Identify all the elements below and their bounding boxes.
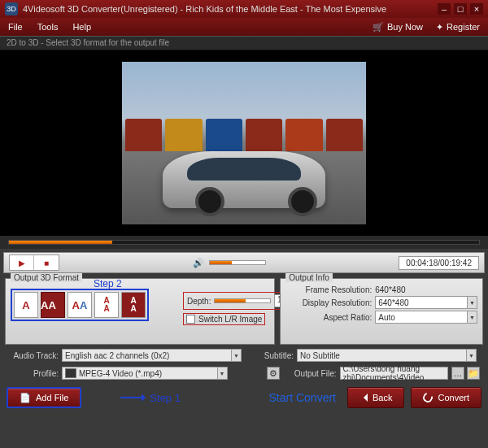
output-file-field[interactable]: C:\Users\dong huang zhi\Documents\4Video <box>340 367 449 380</box>
buy-now-link[interactable]: 🛒Buy Now <box>373 22 423 33</box>
group-title: Output Info <box>285 273 332 282</box>
playback-controls: ▶ ■ 🔊 00:04:18/00:19:42 <box>3 252 485 273</box>
format-sbs-full[interactable]: AA <box>41 292 65 318</box>
key-icon: ✦ <box>436 22 443 33</box>
back-arrow-icon <box>359 394 368 402</box>
aspect-label: Aspect Ratio: <box>285 313 375 322</box>
display-res-label: Display Resolution: <box>285 298 375 307</box>
chevron-down-icon: ▼ <box>466 350 476 361</box>
menubar: File Tools Help 🛒Buy Now ✦Register <box>0 18 488 36</box>
add-file-button[interactable]: 📄 Add File <box>7 387 81 408</box>
play-button[interactable]: ▶ <box>10 255 34 270</box>
group-title: Output 3D Format <box>11 273 82 282</box>
titlebar: 3D 4Videosoft 3D Converter(Unregistered)… <box>0 0 488 18</box>
open-output-button[interactable]: 📁 <box>467 367 480 380</box>
profile-icon <box>65 368 76 378</box>
frame-res-value: 640*480 <box>375 285 405 294</box>
format-anaglyph[interactable]: A <box>14 292 38 318</box>
arrow-right-icon <box>120 397 145 398</box>
audio-profile-row: Audio Track: English aac 2 channels (0x2… <box>0 346 488 364</box>
format-icon-row: A AA AA AA AA <box>11 289 149 321</box>
chevron-down-icon: ▼ <box>467 297 477 308</box>
output-file-label: Output File: <box>283 369 337 378</box>
preview-frame <box>122 62 366 224</box>
subtitle-label: Subtitle: <box>245 351 294 360</box>
menu-file[interactable]: File <box>8 22 23 32</box>
aspect-ratio-select[interactable]: Auto▼ <box>375 311 477 324</box>
back-button[interactable]: Back <box>347 387 404 408</box>
register-link[interactable]: ✦Register <box>436 22 480 33</box>
profile-label: Profile: <box>8 369 59 378</box>
switch-lr-label: Switch L/R Image <box>198 315 262 324</box>
output-info-group: Output Info Frame Resolution:640*480 Dis… <box>280 278 483 345</box>
step2-label: Step 2 <box>94 278 122 289</box>
window-title: 4Videosoft 3D Converter(Unregistered) - … <box>23 4 438 14</box>
depth-slider[interactable] <box>214 298 271 303</box>
cart-icon: 🛒 <box>373 22 384 33</box>
maximize-button[interactable]: □ <box>454 3 467 15</box>
chevron-down-icon: ▼ <box>231 350 241 361</box>
profile-select[interactable]: MPEG-4 Video (*.mp4)▼ <box>62 367 228 380</box>
volume-icon: 🔊 <box>193 258 204 268</box>
display-res-select[interactable]: 640*480▼ <box>375 296 477 309</box>
profile-output-row: Profile: MPEG-4 Video (*.mp4)▼ ⚙ Output … <box>0 364 488 382</box>
format-tab-half[interactable]: AA <box>121 292 146 318</box>
mode-description: 2D to 3D - Select 3D format for the outp… <box>0 36 488 50</box>
depth-label: Depth: <box>187 297 211 306</box>
bottom-bar: 📄 Add File Step 1 Start Convert Back Con… <box>0 382 488 413</box>
convert-button[interactable]: Convert <box>411 387 481 408</box>
seek-bar[interactable] <box>0 236 488 249</box>
stop-button[interactable]: ■ <box>34 255 59 270</box>
time-display: 00:04:18/00:19:42 <box>399 256 479 270</box>
chevron-down-icon: ▼ <box>467 311 477 323</box>
step1-hint: Step 1 <box>120 392 181 404</box>
chevron-down-icon: ▼ <box>217 368 227 379</box>
close-button[interactable]: × <box>470 3 483 15</box>
frame-res-label: Frame Resolution: <box>285 285 375 294</box>
minimize-button[interactable]: – <box>438 3 451 15</box>
format-tab-full[interactable]: AA <box>94 292 119 318</box>
video-preview <box>0 50 488 236</box>
output-3d-format-group: Output 3D Format Step 2 A AA AA AA AA De… <box>5 278 275 345</box>
menu-help[interactable]: Help <box>72 22 91 32</box>
switch-lr-checkbox[interactable] <box>186 315 195 324</box>
menu-tools[interactable]: Tools <box>37 22 59 32</box>
audio-track-select[interactable]: English aac 2 channels (0x2)▼ <box>62 349 242 362</box>
format-sbs-half[interactable]: AA <box>68 292 92 318</box>
subtitle-select[interactable]: No Subtitle▼ <box>297 349 477 362</box>
profile-settings-button[interactable]: ⚙ <box>267 367 280 380</box>
start-convert-hint: Start Convert <box>269 391 336 404</box>
volume-slider[interactable] <box>209 260 266 265</box>
convert-icon <box>421 391 434 404</box>
add-file-icon: 📄 <box>20 393 31 403</box>
audio-track-label: Audio Track: <box>8 351 59 360</box>
browse-output-button[interactable]: … <box>451 367 464 380</box>
app-logo-icon: 3D <box>5 2 18 15</box>
